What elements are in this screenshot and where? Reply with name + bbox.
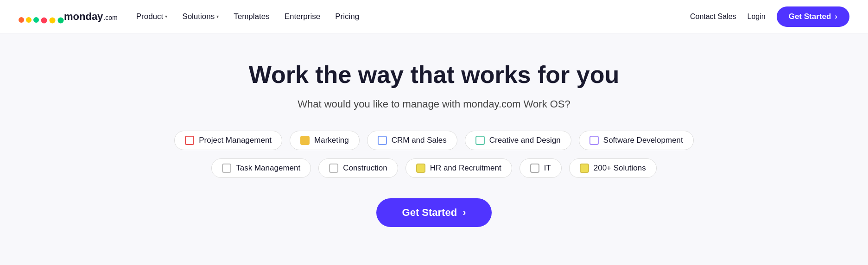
options-row-2: Task Management Construction HR and Recr… [211, 158, 656, 178]
options-container: Project Management Marketing CRM and Sal… [19, 131, 849, 178]
option-crm-and-sales[interactable]: CRM and Sales [367, 131, 457, 150]
logo[interactable]: monday.com [19, 9, 118, 24]
option-task-management[interactable]: Task Management [211, 158, 311, 178]
checkbox-construction [329, 164, 338, 173]
nav-pricing[interactable]: Pricing [335, 12, 359, 21]
hero-subtitle: What would you like to manage with monda… [298, 98, 570, 110]
nav-login[interactable]: Login [748, 13, 766, 21]
checkbox-hr-and-recruitment [416, 164, 425, 173]
product-chevron-icon: ▾ [165, 14, 167, 19]
nav-solutions[interactable]: Solutions ▾ [182, 12, 219, 21]
option-creative-and-design[interactable]: Creative and Design [465, 131, 571, 150]
checkbox-marketing [300, 136, 310, 145]
checkbox-creative-and-design [475, 136, 485, 145]
option-construction[interactable]: Construction [318, 158, 398, 178]
navbar: monday.com Product ▾ Solutions ▾ Templat… [0, 0, 868, 33]
monday-logo-icon [19, 10, 39, 23]
option-200-solutions[interactable]: 200+ Solutions [569, 158, 657, 178]
nav-templates[interactable]: Templates [234, 12, 269, 21]
svg-point-4 [50, 17, 56, 23]
logo-monday-text: monday [64, 11, 103, 23]
checkbox-project-management [185, 136, 194, 145]
svg-point-3 [41, 17, 47, 23]
checkbox-software-development [589, 136, 599, 145]
svg-point-2 [33, 17, 39, 23]
nav-product[interactable]: Product ▾ [136, 12, 168, 21]
main-get-started-chevron-icon: › [463, 207, 466, 219]
main-get-started-button[interactable]: Get Started › [376, 198, 492, 227]
option-marketing[interactable]: Marketing [290, 131, 360, 150]
option-project-management[interactable]: Project Management [174, 131, 282, 150]
option-hr-and-recruitment[interactable]: HR and Recruitment [405, 158, 512, 178]
nav-links: Product ▾ Solutions ▾ Templates Enterpri… [136, 12, 690, 21]
logo-com-text: .com [103, 14, 117, 21]
option-it[interactable]: IT [520, 158, 562, 178]
hero-title: Work the way that works for you [249, 61, 619, 89]
option-software-development[interactable]: Software Development [579, 131, 694, 150]
nav-get-started-button[interactable]: Get Started › [777, 6, 849, 27]
nav-get-started-chevron-icon: › [835, 12, 837, 21]
main-content: Work the way that works for you What wou… [0, 33, 868, 265]
checkbox-task-management [222, 164, 231, 173]
nav-contact-sales[interactable]: Contact Sales [690, 13, 736, 21]
svg-point-5 [58, 17, 64, 23]
options-row-1: Project Management Marketing CRM and Sal… [174, 131, 694, 150]
checkbox-200-solutions [580, 164, 589, 173]
monday-logo-svg [41, 9, 64, 24]
checkbox-crm-and-sales [378, 136, 387, 145]
checkbox-it [530, 164, 539, 173]
svg-point-1 [26, 17, 32, 23]
nav-right: Contact Sales Login Get Started › [690, 6, 849, 27]
nav-enterprise[interactable]: Enterprise [285, 12, 320, 21]
solutions-chevron-icon: ▾ [216, 14, 219, 19]
